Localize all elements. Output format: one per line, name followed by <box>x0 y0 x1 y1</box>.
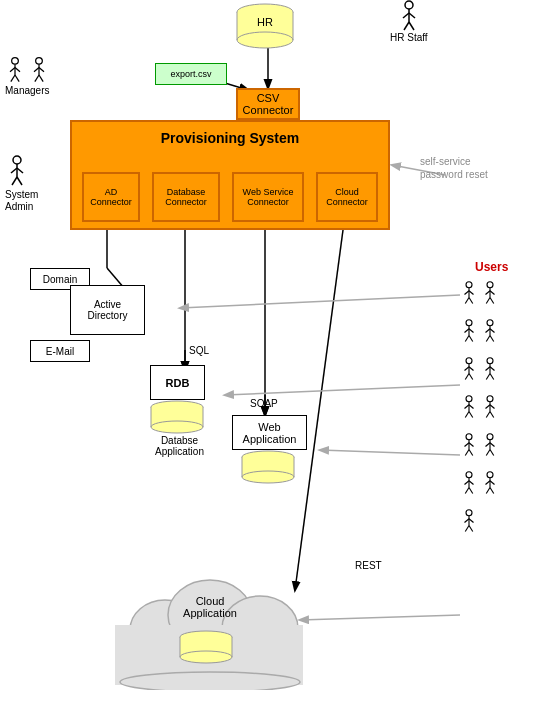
sql-label: SQL <box>189 345 209 356</box>
svg-point-71 <box>487 282 493 288</box>
cloud-application-label: CloudApplication <box>165 595 255 619</box>
managers-group: Managers <box>5 55 49 96</box>
web-service-connector-label: Web ServiceConnector <box>243 187 294 207</box>
svg-line-105 <box>465 412 469 418</box>
svg-line-42 <box>12 177 17 185</box>
svg-line-74 <box>490 291 495 295</box>
svg-line-68 <box>469 291 474 295</box>
svg-line-123 <box>486 450 490 456</box>
rdb-label: RDB <box>166 377 190 389</box>
svg-line-111 <box>486 412 490 418</box>
system-admin-icon <box>5 155 29 187</box>
svg-line-118 <box>469 450 473 456</box>
email-box: E-Mail <box>30 340 90 362</box>
svg-line-106 <box>469 412 473 418</box>
svg-line-35 <box>39 68 44 72</box>
svg-line-31 <box>15 75 19 82</box>
svg-line-103 <box>465 405 470 409</box>
export-csv-label: export.csv <box>170 69 211 79</box>
user-icon-7a <box>460 508 478 534</box>
svg-line-19 <box>404 22 409 30</box>
rest-label: REST <box>355 560 382 571</box>
svg-line-85 <box>486 329 491 333</box>
svg-line-93 <box>465 374 469 380</box>
cloud-connector-label: CloudConnector <box>326 187 368 207</box>
svg-line-88 <box>490 336 494 342</box>
user-icon-5a <box>460 432 478 458</box>
svg-line-130 <box>469 488 473 494</box>
svg-line-9 <box>180 295 460 308</box>
web-service-connector-box: Web ServiceConnector <box>232 172 304 222</box>
svg-point-32 <box>36 58 43 65</box>
domain-label: Domain <box>43 274 77 285</box>
svg-point-83 <box>487 320 493 326</box>
manager-person-icon-2 <box>29 55 49 85</box>
svg-point-62 <box>180 651 232 663</box>
svg-line-139 <box>465 519 470 523</box>
architecture-diagram: HR Staff HR export.csv CSVConnector Prov… <box>0 0 552 715</box>
svg-line-73 <box>486 291 491 295</box>
rdb-cylinder <box>149 400 206 437</box>
svg-line-100 <box>490 374 494 380</box>
svg-line-112 <box>490 412 494 418</box>
svg-line-128 <box>469 481 474 485</box>
hr-label: HR <box>235 16 295 28</box>
svg-line-104 <box>469 405 474 409</box>
svg-line-136 <box>490 488 494 494</box>
svg-line-34 <box>34 68 39 72</box>
svg-point-131 <box>487 472 493 478</box>
svg-point-125 <box>466 472 472 478</box>
web-app-cylinder <box>240 450 297 487</box>
svg-line-116 <box>469 443 474 447</box>
user-icon-3b <box>481 356 499 382</box>
active-directory-label: ActiveDirectory <box>87 299 127 321</box>
system-admin-group: SystemAdmin <box>5 155 38 213</box>
svg-line-142 <box>469 526 473 532</box>
svg-point-137 <box>466 510 472 516</box>
svg-point-77 <box>466 320 472 326</box>
svg-line-17 <box>403 13 409 18</box>
svg-point-101 <box>466 396 472 402</box>
cloud-shape-container: CloudApplication <box>110 560 310 690</box>
svg-line-87 <box>486 336 490 342</box>
svg-line-36 <box>35 75 39 82</box>
csv-connector-box: CSVConnector <box>236 88 300 120</box>
svg-line-91 <box>465 367 470 371</box>
ad-connector-label: ADConnector <box>90 187 132 207</box>
svg-line-20 <box>409 22 414 30</box>
web-application-box: WebApplication <box>232 415 307 450</box>
svg-line-40 <box>11 168 17 173</box>
svg-line-97 <box>486 367 491 371</box>
active-directory-box: ActiveDirectory <box>70 285 145 335</box>
hr-cylinder: HR <box>235 2 295 52</box>
svg-line-81 <box>465 336 469 342</box>
user-icon-1b <box>481 280 499 306</box>
database-connector-box: DatabaseConnector <box>152 172 220 222</box>
svg-line-76 <box>490 298 494 304</box>
svg-line-82 <box>469 336 473 342</box>
svg-line-12 <box>300 615 460 620</box>
soap-label: SOAP <box>250 398 278 409</box>
svg-line-10 <box>225 385 460 395</box>
rdb-box: RDB <box>150 365 205 400</box>
rdb-cylinder-svg <box>149 400 206 435</box>
svg-line-94 <box>469 374 473 380</box>
svg-line-29 <box>15 68 20 72</box>
svg-line-28 <box>10 68 15 72</box>
managers-label: Managers <box>5 85 49 96</box>
hr-staff-person: HR Staff <box>390 0 428 43</box>
svg-line-86 <box>490 329 495 333</box>
svg-point-65 <box>466 282 472 288</box>
user-icon-2b <box>481 318 499 344</box>
svg-line-79 <box>465 329 470 333</box>
svg-line-140 <box>469 519 474 523</box>
svg-line-30 <box>11 75 15 82</box>
svg-line-37 <box>39 75 43 82</box>
web-app-cylinder-svg <box>240 450 297 485</box>
svg-line-117 <box>465 450 469 456</box>
svg-line-7 <box>295 230 343 590</box>
user-icon-3a <box>460 356 478 382</box>
svg-point-15 <box>405 1 413 9</box>
user-icon-6a <box>460 470 478 496</box>
svg-line-92 <box>469 367 474 371</box>
